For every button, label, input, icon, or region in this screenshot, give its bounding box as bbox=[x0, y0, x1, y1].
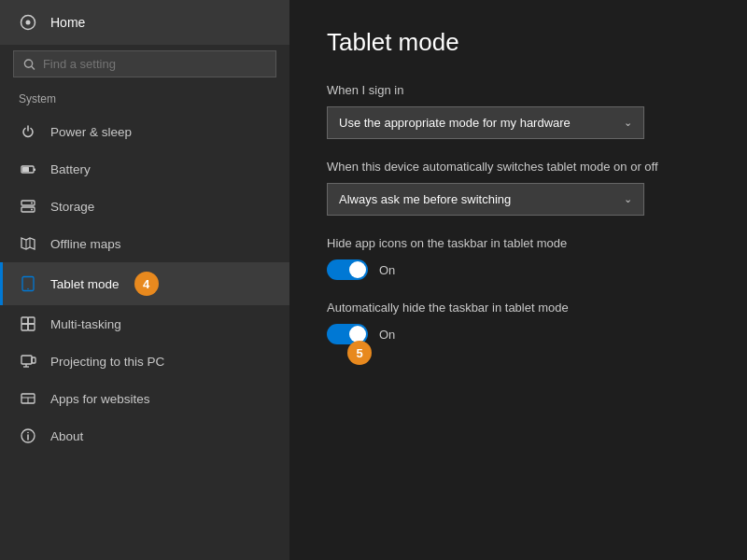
battery-icon bbox=[19, 160, 37, 178]
sidebar: Home System Power & sleep Battery bbox=[0, 0, 289, 560]
svg-rect-20 bbox=[21, 356, 32, 364]
toggle1-row: Hide app icons on the taskbar in tablet … bbox=[327, 236, 710, 280]
svg-rect-16 bbox=[21, 317, 28, 324]
svg-rect-6 bbox=[22, 167, 29, 172]
nav-label-tablet-mode: Tablet mode bbox=[50, 277, 120, 291]
tablet-mode-inner: Tablet mode 4 bbox=[50, 272, 159, 296]
sidebar-item-tablet-mode[interactable]: Tablet mode 4 bbox=[0, 262, 289, 305]
sidebar-item-multi-tasking[interactable]: Multi-tasking bbox=[0, 305, 289, 343]
svg-point-29 bbox=[27, 432, 29, 434]
dropdown-signin[interactable]: Use the appropriate mode for my hardware… bbox=[327, 106, 644, 139]
nav-label-projecting: Projecting to this PC bbox=[50, 355, 164, 369]
nav-label-multi-tasking: Multi-tasking bbox=[50, 317, 121, 331]
nav-label-storage: Storage bbox=[50, 200, 94, 214]
home-label: Home bbox=[50, 15, 85, 30]
home-icon bbox=[19, 13, 37, 32]
system-label: System bbox=[0, 87, 289, 113]
svg-rect-23 bbox=[32, 357, 35, 363]
page-title: Tablet mode bbox=[327, 28, 710, 57]
svg-point-2 bbox=[24, 59, 32, 66]
dropdown-auto-switch[interactable]: Always ask me before switching ⌄ bbox=[327, 183, 644, 216]
section1-label: When I sign in bbox=[327, 83, 710, 97]
svg-marker-11 bbox=[21, 238, 35, 249]
svg-point-9 bbox=[31, 203, 33, 204]
sidebar-item-home[interactable]: Home bbox=[0, 0, 289, 45]
search-box[interactable] bbox=[13, 50, 276, 77]
toggle2-state: On bbox=[379, 328, 395, 342]
maps-icon bbox=[19, 234, 37, 253]
svg-rect-18 bbox=[21, 324, 28, 330]
nav-label-about: About bbox=[50, 429, 83, 443]
toggle1-container: On bbox=[327, 259, 710, 280]
info-icon bbox=[19, 427, 37, 445]
nav-label-battery: Battery bbox=[50, 162, 91, 176]
svg-rect-19 bbox=[28, 324, 35, 330]
main-content: Tablet mode When I sign in Use the appro… bbox=[289, 0, 747, 560]
dropdown-auto-switch-value: Always ask me before switching bbox=[339, 192, 511, 206]
svg-point-10 bbox=[31, 209, 33, 211]
svg-point-1 bbox=[26, 21, 31, 25]
storage-icon bbox=[19, 197, 37, 216]
dropdown-signin-value: Use the appropriate mode for my hardware bbox=[339, 116, 571, 130]
toggle2-wrapper: 5 bbox=[327, 324, 368, 344]
badge-4: 4 bbox=[134, 272, 159, 296]
project-icon bbox=[19, 352, 37, 371]
badge-5: 5 bbox=[347, 341, 372, 365]
svg-rect-17 bbox=[28, 317, 35, 324]
svg-point-15 bbox=[27, 288, 29, 290]
toggle2-container: 5 On bbox=[327, 324, 710, 344]
svg-line-3 bbox=[32, 66, 35, 69]
toggle2-row: Automatically hide the taskbar in tablet… bbox=[327, 301, 710, 344]
apps-icon bbox=[19, 389, 37, 408]
dropdown1-arrow-icon: ⌄ bbox=[624, 117, 632, 129]
nav-label-apps-websites: Apps for websites bbox=[50, 392, 150, 406]
toggle1-state: On bbox=[379, 263, 395, 277]
sidebar-item-battery[interactable]: Battery bbox=[0, 150, 289, 188]
nav-label-offline-maps: Offline maps bbox=[50, 237, 121, 251]
toggle1-label: Hide app icons on the taskbar in tablet … bbox=[327, 236, 710, 250]
nav-label-power-sleep: Power & sleep bbox=[50, 125, 132, 139]
toggle1-switch[interactable] bbox=[327, 259, 368, 280]
toggle2-label: Automatically hide the taskbar in tablet… bbox=[327, 301, 710, 315]
search-input[interactable] bbox=[43, 57, 266, 71]
search-icon bbox=[23, 58, 35, 71]
multitask-icon bbox=[19, 315, 37, 333]
sidebar-item-offline-maps[interactable]: Offline maps bbox=[0, 225, 289, 262]
power-icon bbox=[19, 122, 37, 141]
sidebar-item-storage[interactable]: Storage bbox=[0, 188, 289, 225]
sidebar-item-power-sleep[interactable]: Power & sleep bbox=[0, 113, 289, 150]
dropdown2-arrow-icon: ⌄ bbox=[624, 193, 632, 205]
sidebar-item-about[interactable]: About bbox=[0, 417, 289, 455]
sidebar-item-apps-websites[interactable]: Apps for websites bbox=[0, 380, 289, 417]
sidebar-item-projecting[interactable]: Projecting to this PC bbox=[0, 343, 289, 380]
section2-label: When this device automatically switches … bbox=[327, 160, 710, 174]
svg-rect-5 bbox=[34, 169, 35, 172]
tablet-icon bbox=[19, 274, 37, 293]
